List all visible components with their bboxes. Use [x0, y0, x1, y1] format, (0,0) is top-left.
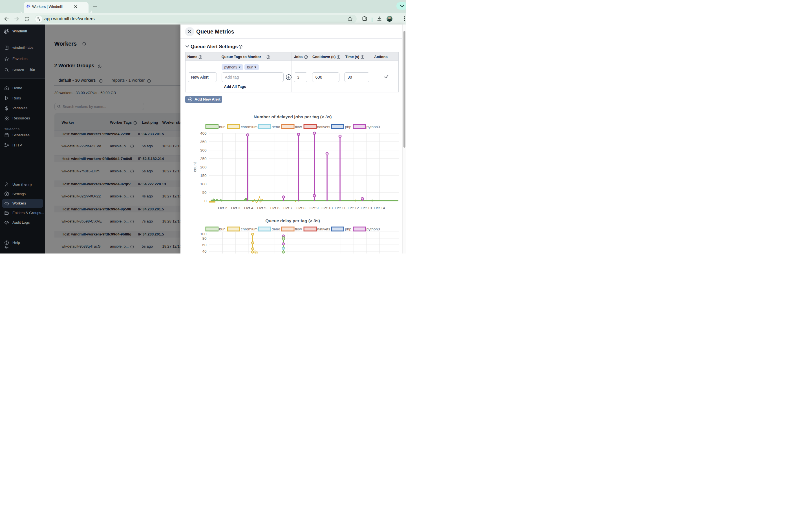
svg-text:80: 80 — [202, 236, 206, 240]
svg-text:deno: deno — [272, 125, 280, 129]
svg-text:100: 100 — [200, 232, 207, 236]
svg-text:flow: flow — [295, 125, 302, 129]
svg-text:100: 100 — [200, 182, 207, 186]
svg-text:50: 50 — [202, 190, 206, 194]
svg-text:350: 350 — [200, 140, 207, 144]
svg-text:300: 300 — [200, 148, 207, 152]
svg-text:Oct 6: Oct 6 — [270, 206, 280, 210]
svg-text:Oct 3: Oct 3 — [231, 206, 240, 210]
svg-text:bun: bun — [219, 227, 225, 231]
svg-text:250: 250 — [200, 157, 207, 161]
svg-text:Oct 7: Oct 7 — [283, 206, 292, 210]
svg-text:150: 150 — [200, 173, 207, 178]
svg-text:nativets: nativets — [317, 125, 331, 129]
svg-text:Oct 5: Oct 5 — [257, 206, 266, 210]
svg-text:40: 40 — [202, 249, 206, 253]
svg-text:php: php — [345, 125, 352, 129]
svg-text:Queue delay per tag (> 3s): Queue delay per tag (> 3s) — [265, 218, 320, 223]
svg-text:Oct 2: Oct 2 — [218, 206, 227, 210]
svg-text:php: php — [345, 227, 352, 231]
svg-text:Number of delayed jobs per tag: Number of delayed jobs per tag (> 3s) — [254, 114, 332, 119]
svg-text:chromium: chromium — [241, 125, 257, 129]
svg-text:200: 200 — [200, 165, 207, 169]
svg-text:Oct 9: Oct 9 — [310, 206, 319, 210]
svg-text:python3: python3 — [366, 125, 380, 129]
svg-text:Oct 8: Oct 8 — [296, 206, 305, 210]
svg-text:chromium: chromium — [241, 227, 257, 231]
svg-text:count: count — [193, 162, 197, 172]
svg-text:bun: bun — [219, 125, 225, 129]
svg-text:Oct 14: Oct 14 — [374, 206, 385, 210]
svg-text:400: 400 — [200, 131, 207, 135]
svg-text:0: 0 — [204, 199, 207, 203]
svg-text:flow: flow — [295, 227, 302, 231]
svg-text:python3: python3 — [366, 227, 380, 231]
svg-text:Oct 11: Oct 11 — [335, 206, 346, 210]
svg-text:Oct 12: Oct 12 — [348, 206, 359, 210]
svg-text:deno: deno — [272, 227, 280, 231]
svg-text:nativets: nativets — [317, 227, 331, 231]
svg-text:Oct 4: Oct 4 — [244, 206, 253, 210]
svg-text:60: 60 — [202, 243, 206, 247]
svg-text:Oct 13: Oct 13 — [361, 206, 372, 210]
svg-text:Oct 10: Oct 10 — [321, 206, 333, 210]
